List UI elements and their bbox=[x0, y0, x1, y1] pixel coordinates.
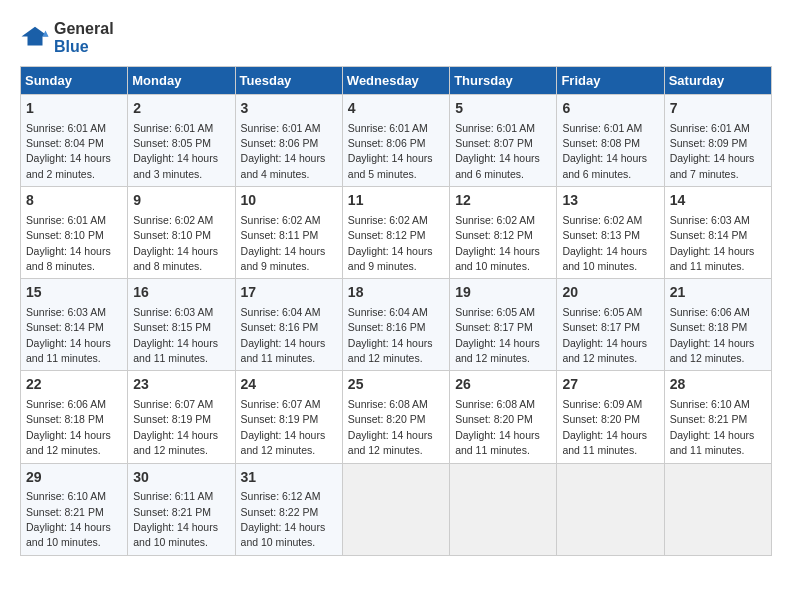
day-number: 20 bbox=[562, 283, 658, 303]
day-number: 16 bbox=[133, 283, 229, 303]
sunrise-text: Sunrise: 6:06 AMSunset: 8:18 PMDaylight:… bbox=[26, 398, 111, 456]
day-number: 27 bbox=[562, 375, 658, 395]
day-number: 31 bbox=[241, 468, 337, 488]
sunrise-text: Sunrise: 6:12 AMSunset: 8:22 PMDaylight:… bbox=[241, 490, 326, 548]
calendar-cell: 13Sunrise: 6:02 AMSunset: 8:13 PMDayligh… bbox=[557, 187, 664, 279]
sunrise-text: Sunrise: 6:08 AMSunset: 8:20 PMDaylight:… bbox=[348, 398, 433, 456]
sunrise-text: Sunrise: 6:08 AMSunset: 8:20 PMDaylight:… bbox=[455, 398, 540, 456]
calendar-cell: 20Sunrise: 6:05 AMSunset: 8:17 PMDayligh… bbox=[557, 279, 664, 371]
calendar-cell bbox=[557, 463, 664, 555]
calendar-week-4: 22Sunrise: 6:06 AMSunset: 8:18 PMDayligh… bbox=[21, 371, 772, 463]
calendar-cell: 3Sunrise: 6:01 AMSunset: 8:06 PMDaylight… bbox=[235, 95, 342, 187]
sunrise-text: Sunrise: 6:01 AMSunset: 8:10 PMDaylight:… bbox=[26, 214, 111, 272]
logo-text: General Blue bbox=[54, 20, 114, 56]
day-number: 4 bbox=[348, 99, 444, 119]
calendar-cell: 11Sunrise: 6:02 AMSunset: 8:12 PMDayligh… bbox=[342, 187, 449, 279]
calendar-cell: 18Sunrise: 6:04 AMSunset: 8:16 PMDayligh… bbox=[342, 279, 449, 371]
calendar-cell: 4Sunrise: 6:01 AMSunset: 8:06 PMDaylight… bbox=[342, 95, 449, 187]
day-number: 14 bbox=[670, 191, 766, 211]
day-number: 23 bbox=[133, 375, 229, 395]
day-number: 18 bbox=[348, 283, 444, 303]
sunrise-text: Sunrise: 6:01 AMSunset: 8:09 PMDaylight:… bbox=[670, 122, 755, 180]
calendar-cell: 26Sunrise: 6:08 AMSunset: 8:20 PMDayligh… bbox=[450, 371, 557, 463]
sunrise-text: Sunrise: 6:03 AMSunset: 8:14 PMDaylight:… bbox=[670, 214, 755, 272]
header-thursday: Thursday bbox=[450, 67, 557, 95]
day-number: 9 bbox=[133, 191, 229, 211]
sunrise-text: Sunrise: 6:02 AMSunset: 8:10 PMDaylight:… bbox=[133, 214, 218, 272]
calendar-cell: 16Sunrise: 6:03 AMSunset: 8:15 PMDayligh… bbox=[128, 279, 235, 371]
sunrise-text: Sunrise: 6:03 AMSunset: 8:15 PMDaylight:… bbox=[133, 306, 218, 364]
calendar-cell: 31Sunrise: 6:12 AMSunset: 8:22 PMDayligh… bbox=[235, 463, 342, 555]
calendar-cell: 8Sunrise: 6:01 AMSunset: 8:10 PMDaylight… bbox=[21, 187, 128, 279]
calendar-cell: 17Sunrise: 6:04 AMSunset: 8:16 PMDayligh… bbox=[235, 279, 342, 371]
sunrise-text: Sunrise: 6:02 AMSunset: 8:12 PMDaylight:… bbox=[348, 214, 433, 272]
day-number: 2 bbox=[133, 99, 229, 119]
calendar-cell: 9Sunrise: 6:02 AMSunset: 8:10 PMDaylight… bbox=[128, 187, 235, 279]
calendar-cell: 5Sunrise: 6:01 AMSunset: 8:07 PMDaylight… bbox=[450, 95, 557, 187]
logo-icon bbox=[20, 23, 50, 53]
calendar-cell: 14Sunrise: 6:03 AMSunset: 8:14 PMDayligh… bbox=[664, 187, 771, 279]
header-friday: Friday bbox=[557, 67, 664, 95]
day-number: 15 bbox=[26, 283, 122, 303]
calendar-cell: 21Sunrise: 6:06 AMSunset: 8:18 PMDayligh… bbox=[664, 279, 771, 371]
calendar-cell: 23Sunrise: 6:07 AMSunset: 8:19 PMDayligh… bbox=[128, 371, 235, 463]
sunrise-text: Sunrise: 6:11 AMSunset: 8:21 PMDaylight:… bbox=[133, 490, 218, 548]
calendar-cell: 7Sunrise: 6:01 AMSunset: 8:09 PMDaylight… bbox=[664, 95, 771, 187]
sunrise-text: Sunrise: 6:03 AMSunset: 8:14 PMDaylight:… bbox=[26, 306, 111, 364]
day-number: 3 bbox=[241, 99, 337, 119]
calendar-cell bbox=[342, 463, 449, 555]
calendar-cell: 1Sunrise: 6:01 AMSunset: 8:04 PMDaylight… bbox=[21, 95, 128, 187]
sunrise-text: Sunrise: 6:01 AMSunset: 8:07 PMDaylight:… bbox=[455, 122, 540, 180]
sunrise-text: Sunrise: 6:01 AMSunset: 8:08 PMDaylight:… bbox=[562, 122, 647, 180]
calendar-header-row: SundayMondayTuesdayWednesdayThursdayFrid… bbox=[21, 67, 772, 95]
day-number: 28 bbox=[670, 375, 766, 395]
day-number: 19 bbox=[455, 283, 551, 303]
calendar-cell: 10Sunrise: 6:02 AMSunset: 8:11 PMDayligh… bbox=[235, 187, 342, 279]
calendar-week-1: 1Sunrise: 6:01 AMSunset: 8:04 PMDaylight… bbox=[21, 95, 772, 187]
calendar-cell: 28Sunrise: 6:10 AMSunset: 8:21 PMDayligh… bbox=[664, 371, 771, 463]
calendar-cell: 12Sunrise: 6:02 AMSunset: 8:12 PMDayligh… bbox=[450, 187, 557, 279]
sunrise-text: Sunrise: 6:06 AMSunset: 8:18 PMDaylight:… bbox=[670, 306, 755, 364]
calendar-week-3: 15Sunrise: 6:03 AMSunset: 8:14 PMDayligh… bbox=[21, 279, 772, 371]
calendar-cell: 22Sunrise: 6:06 AMSunset: 8:18 PMDayligh… bbox=[21, 371, 128, 463]
calendar-cell: 27Sunrise: 6:09 AMSunset: 8:20 PMDayligh… bbox=[557, 371, 664, 463]
day-number: 26 bbox=[455, 375, 551, 395]
day-number: 11 bbox=[348, 191, 444, 211]
calendar-cell: 30Sunrise: 6:11 AMSunset: 8:21 PMDayligh… bbox=[128, 463, 235, 555]
sunrise-text: Sunrise: 6:02 AMSunset: 8:11 PMDaylight:… bbox=[241, 214, 326, 272]
calendar-cell: 6Sunrise: 6:01 AMSunset: 8:08 PMDaylight… bbox=[557, 95, 664, 187]
calendar-cell: 15Sunrise: 6:03 AMSunset: 8:14 PMDayligh… bbox=[21, 279, 128, 371]
sunrise-text: Sunrise: 6:01 AMSunset: 8:04 PMDaylight:… bbox=[26, 122, 111, 180]
header-tuesday: Tuesday bbox=[235, 67, 342, 95]
sunrise-text: Sunrise: 6:09 AMSunset: 8:20 PMDaylight:… bbox=[562, 398, 647, 456]
calendar-week-5: 29Sunrise: 6:10 AMSunset: 8:21 PMDayligh… bbox=[21, 463, 772, 555]
header-sunday: Sunday bbox=[21, 67, 128, 95]
day-number: 8 bbox=[26, 191, 122, 211]
header-wednesday: Wednesday bbox=[342, 67, 449, 95]
calendar-cell: 29Sunrise: 6:10 AMSunset: 8:21 PMDayligh… bbox=[21, 463, 128, 555]
calendar-cell: 19Sunrise: 6:05 AMSunset: 8:17 PMDayligh… bbox=[450, 279, 557, 371]
sunrise-text: Sunrise: 6:10 AMSunset: 8:21 PMDaylight:… bbox=[26, 490, 111, 548]
sunrise-text: Sunrise: 6:04 AMSunset: 8:16 PMDaylight:… bbox=[241, 306, 326, 364]
sunrise-text: Sunrise: 6:01 AMSunset: 8:06 PMDaylight:… bbox=[348, 122, 433, 180]
day-number: 24 bbox=[241, 375, 337, 395]
header: General Blue bbox=[20, 20, 772, 56]
calendar-table: SundayMondayTuesdayWednesdayThursdayFrid… bbox=[20, 66, 772, 556]
sunrise-text: Sunrise: 6:01 AMSunset: 8:05 PMDaylight:… bbox=[133, 122, 218, 180]
calendar-cell bbox=[450, 463, 557, 555]
logo: General Blue bbox=[20, 20, 114, 56]
day-number: 29 bbox=[26, 468, 122, 488]
day-number: 13 bbox=[562, 191, 658, 211]
sunrise-text: Sunrise: 6:01 AMSunset: 8:06 PMDaylight:… bbox=[241, 122, 326, 180]
day-number: 25 bbox=[348, 375, 444, 395]
day-number: 17 bbox=[241, 283, 337, 303]
calendar-cell bbox=[664, 463, 771, 555]
header-saturday: Saturday bbox=[664, 67, 771, 95]
day-number: 7 bbox=[670, 99, 766, 119]
calendar-cell: 24Sunrise: 6:07 AMSunset: 8:19 PMDayligh… bbox=[235, 371, 342, 463]
sunrise-text: Sunrise: 6:02 AMSunset: 8:13 PMDaylight:… bbox=[562, 214, 647, 272]
day-number: 21 bbox=[670, 283, 766, 303]
sunrise-text: Sunrise: 6:05 AMSunset: 8:17 PMDaylight:… bbox=[562, 306, 647, 364]
day-number: 12 bbox=[455, 191, 551, 211]
day-number: 30 bbox=[133, 468, 229, 488]
